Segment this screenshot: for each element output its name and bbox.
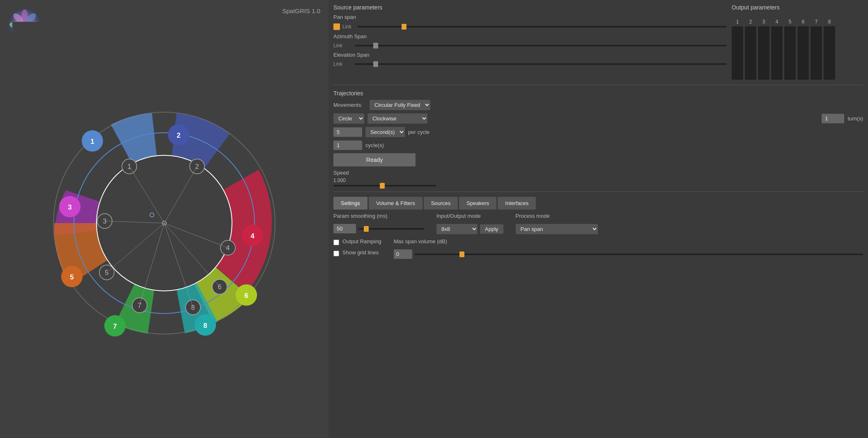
show-grid-label: Show grid lines [342, 249, 379, 256]
svg-text:5: 5 [105, 269, 109, 276]
speed-slider[interactable] [333, 185, 436, 187]
speed-thumb[interactable] [380, 183, 385, 189]
speed-label: Speed [333, 170, 349, 176]
elevation-span-slider[interactable] [355, 63, 727, 65]
azimuth-span-row: Azimuth Span [333, 33, 727, 39]
duration-row: Second(s)Minute(s) per cycle [333, 127, 863, 137]
meter-col-6: 6 [797, 19, 809, 80]
tab-sources[interactable]: Sources [424, 197, 458, 210]
svg-text:1: 1 [90, 138, 94, 145]
settings-tabs: SettingsVolume & FiltersSourcesSpeakersI… [333, 197, 863, 210]
tab-speakers[interactable]: Speakers [459, 197, 496, 210]
main-visualization: 1 2 3 4 5 6 7 8 [12, 22, 316, 416]
meter-col-3: 3 [758, 19, 769, 80]
cycles-input[interactable] [333, 141, 362, 150]
output-ramping-row: Output Ramping [333, 238, 381, 246]
output-ramping-group: Output Ramping Show grid lines [333, 238, 381, 257]
output-params-panel: Output parameters 12345678 [732, 4, 863, 80]
io-mode-group: Input/Output mode 8x816x164x4 Apply [436, 213, 503, 234]
process-mode-select[interactable]: Pan spanBinauralStereo [516, 224, 598, 234]
azimuth-span-thumb[interactable] [373, 43, 378, 48]
elevation-span-row: Elevation Span [333, 52, 727, 58]
direction-select[interactable]: ClockwiseCounter-Clockwise [367, 113, 427, 124]
per-cycle-label: per cycle [408, 129, 429, 135]
meter-bar-1[interactable] [732, 26, 743, 80]
elevation-span-label: Elevation Span [333, 52, 370, 58]
io-mode-control: 8x816x164x4 Apply [436, 224, 503, 234]
divider-1 [333, 85, 863, 85]
show-grid-row: Show grid lines [333, 249, 381, 257]
io-mode-select[interactable]: 8x816x164x4 [436, 224, 478, 234]
top-section: Source parameters Pan span Link Azimuth … [333, 4, 863, 80]
meter-col-8: 8 [824, 19, 835, 80]
azimuth-span-slider[interactable] [355, 45, 727, 46]
movements-label: Movements: [333, 102, 366, 108]
movement-type-select[interactable]: Circular Fully FixedCircular Fully FreeP… [370, 100, 430, 110]
max-span-thumb[interactable] [459, 251, 464, 257]
meter-label-6: 6 [802, 19, 805, 25]
pan-span-control-row: Link [333, 23, 727, 30]
apply-button[interactable]: Apply [480, 224, 503, 234]
svg-text:3: 3 [68, 203, 71, 211]
turns-input[interactable] [822, 114, 844, 123]
tab-volume-&-filters[interactable]: Volume & Filters [369, 197, 423, 210]
canvas-area: 1 2 3 4 5 6 7 8 [0, 0, 328, 438]
azimuth-span-label: Azimuth Span [333, 33, 370, 39]
settings-row-2: Output Ramping Show grid lines Max span … [333, 238, 863, 259]
duration-unit-select[interactable]: Second(s)Minute(s) [365, 127, 405, 137]
movements-row: Movements: Circular Fully FixedCircular … [333, 100, 863, 110]
meter-col-4: 4 [771, 19, 783, 80]
output-params-title: Output parameters [732, 4, 863, 11]
svg-text:4: 4 [226, 244, 230, 251]
pan-span-color-box [333, 23, 340, 30]
pan-span-slider[interactable] [357, 26, 727, 28]
ready-section: Ready [333, 153, 863, 166]
elevation-link-label: Link [333, 61, 352, 67]
param-smoothing-thumb[interactable] [364, 226, 369, 232]
meter-bar-3[interactable] [758, 26, 769, 80]
meter-col-7: 7 [811, 19, 822, 80]
source-params-title: Source parameters [333, 4, 727, 11]
max-span-input[interactable] [394, 249, 412, 259]
meter-bar-5[interactable] [784, 26, 796, 80]
speed-value: 1.000 [333, 178, 346, 183]
shape-select[interactable]: CircleEllipseSpiral [333, 113, 364, 124]
param-smoothing-label: Param smoothing (ms) [333, 213, 424, 219]
max-span-group: Max span volume (dB) [394, 238, 863, 259]
meter-col-2: 2 [745, 19, 756, 80]
param-smoothing-input[interactable] [333, 224, 356, 233]
tab-interfaces[interactable]: Interfaces [498, 197, 536, 210]
tab-settings[interactable]: Settings [333, 197, 367, 210]
io-mode-label: Input/Output mode [436, 213, 503, 219]
svg-text:2: 2 [177, 131, 180, 139]
show-grid-checkbox[interactable] [333, 251, 339, 256]
speed-label-row: Speed [333, 170, 863, 176]
elevation-span-thumb[interactable] [373, 61, 378, 67]
meter-label-2: 2 [749, 19, 752, 25]
output-meters: 12345678 [732, 14, 863, 80]
process-mode-label: Process mode [516, 213, 598, 219]
meter-bar-4[interactable] [771, 26, 783, 80]
max-span-slider[interactable] [415, 254, 863, 255]
pan-span-thumb[interactable] [402, 24, 406, 30]
svg-text:5: 5 [70, 273, 73, 281]
output-ramping-checkbox[interactable] [333, 240, 339, 245]
process-mode-group: Process mode Pan spanBinauralStereo [516, 213, 598, 234]
pan-span-row: Pan span [333, 14, 727, 20]
trajectories-section: Trajectories Movements: Circular Fully F… [333, 90, 863, 187]
right-panel: Source parameters Pan span Link Azimuth … [328, 0, 868, 438]
shape-direction-row: CircleEllipseSpiral ClockwiseCounter-Clo… [333, 113, 863, 124]
divider-2 [333, 191, 863, 192]
param-smoothing-slider[interactable] [358, 228, 424, 230]
meter-bar-8[interactable] [824, 26, 835, 80]
settings-content: Param smoothing (ms) Input/Output mode 8… [333, 213, 863, 259]
meter-label-7: 7 [815, 19, 818, 25]
meter-bar-2[interactable] [745, 26, 756, 80]
meter-bar-6[interactable] [797, 26, 809, 80]
duration-input[interactable] [333, 127, 362, 137]
pan-span-link-label: Link [342, 24, 355, 30]
azimuth-link-label: Link [333, 43, 352, 48]
ready-button[interactable]: Ready [333, 153, 416, 166]
svg-text:6: 6 [244, 292, 248, 300]
meter-bar-7[interactable] [811, 26, 822, 80]
